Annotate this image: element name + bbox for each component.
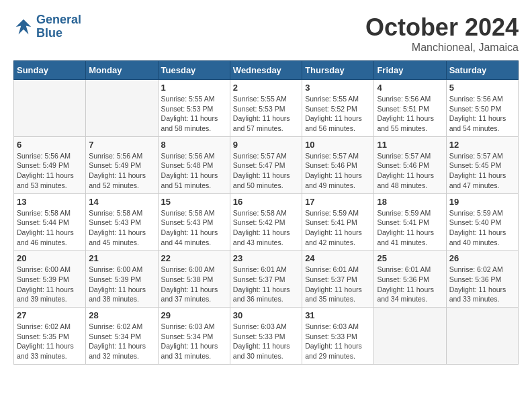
- calendar-day: 19Sunrise: 5:59 AM Sunset: 5:40 PM Dayli…: [446, 193, 518, 250]
- day-info: Sunrise: 5:59 AM Sunset: 5:41 PM Dayligh…: [377, 208, 443, 248]
- day-number: 16: [233, 197, 299, 207]
- weekday-header-monday: Monday: [86, 61, 158, 80]
- day-number: 5: [449, 83, 515, 93]
- day-number: 20: [17, 253, 83, 263]
- day-number: 30: [233, 310, 299, 320]
- svg-marker-0: [16, 19, 32, 35]
- weekday-header-saturday: Saturday: [446, 61, 518, 80]
- day-info: Sunrise: 5:55 AM Sunset: 5:52 PM Dayligh…: [305, 94, 371, 134]
- day-info: Sunrise: 6:03 AM Sunset: 5:34 PM Dayligh…: [161, 322, 227, 361]
- calendar-day: 4Sunrise: 5:56 AM Sunset: 5:51 PM Daylig…: [374, 80, 446, 137]
- day-number: 28: [89, 310, 154, 320]
- title-section: October 2024 Manchioneal, Jamaica: [365, 13, 519, 54]
- calendar-day: 16Sunrise: 5:58 AM Sunset: 5:42 PM Dayli…: [230, 193, 302, 250]
- day-info: Sunrise: 5:55 AM Sunset: 5:53 PM Dayligh…: [233, 94, 299, 134]
- day-number: 19: [449, 197, 515, 207]
- day-info: Sunrise: 5:58 AM Sunset: 5:42 PM Dayligh…: [233, 208, 299, 248]
- calendar-week-4: 20Sunrise: 6:00 AM Sunset: 5:39 PM Dayli…: [14, 250, 519, 308]
- day-info: Sunrise: 5:58 AM Sunset: 5:43 PM Dayligh…: [161, 208, 227, 248]
- day-info: Sunrise: 5:57 AM Sunset: 5:45 PM Dayligh…: [449, 151, 515, 191]
- day-number: 1: [161, 83, 227, 93]
- day-number: 8: [161, 140, 227, 150]
- day-info: Sunrise: 5:57 AM Sunset: 5:46 PM Dayligh…: [305, 151, 371, 191]
- calendar-week-2: 6Sunrise: 5:56 AM Sunset: 5:49 PM Daylig…: [14, 136, 519, 193]
- location-title: Manchioneal, Jamaica: [365, 42, 519, 54]
- day-info: Sunrise: 6:02 AM Sunset: 5:35 PM Dayligh…: [17, 322, 83, 361]
- calendar-day: 6Sunrise: 5:56 AM Sunset: 5:49 PM Daylig…: [14, 136, 86, 193]
- day-info: Sunrise: 5:56 AM Sunset: 5:48 PM Dayligh…: [161, 151, 227, 191]
- calendar-day: 30Sunrise: 6:03 AM Sunset: 5:33 PM Dayli…: [230, 308, 302, 365]
- calendar-day: 26Sunrise: 6:02 AM Sunset: 5:36 PM Dayli…: [446, 250, 518, 308]
- day-number: 15: [161, 197, 227, 207]
- calendar-day: [86, 80, 158, 137]
- day-number: 12: [449, 140, 515, 150]
- calendar-day: 10Sunrise: 5:57 AM Sunset: 5:46 PM Dayli…: [302, 136, 374, 193]
- day-info: Sunrise: 6:02 AM Sunset: 5:34 PM Dayligh…: [89, 322, 154, 361]
- calendar-day: 23Sunrise: 6:01 AM Sunset: 5:37 PM Dayli…: [230, 250, 302, 308]
- day-number: 29: [161, 310, 227, 320]
- day-number: 22: [161, 253, 227, 263]
- calendar-day: 11Sunrise: 5:57 AM Sunset: 5:46 PM Dayli…: [374, 136, 446, 193]
- day-number: 3: [305, 83, 371, 93]
- day-info: Sunrise: 5:59 AM Sunset: 5:41 PM Dayligh…: [305, 208, 371, 248]
- calendar-day: 22Sunrise: 6:00 AM Sunset: 5:38 PM Dayli…: [158, 250, 230, 308]
- day-number: 21: [89, 253, 154, 263]
- calendar-day: 24Sunrise: 6:01 AM Sunset: 5:37 PM Dayli…: [302, 250, 374, 308]
- weekday-header-friday: Friday: [374, 61, 446, 80]
- calendar-day: 15Sunrise: 5:58 AM Sunset: 5:43 PM Dayli…: [158, 193, 230, 250]
- calendar-day: 7Sunrise: 5:56 AM Sunset: 5:49 PM Daylig…: [86, 136, 158, 193]
- weekday-header-sunday: Sunday: [14, 61, 86, 80]
- calendar-week-3: 13Sunrise: 5:58 AM Sunset: 5:44 PM Dayli…: [14, 193, 519, 250]
- day-info: Sunrise: 6:00 AM Sunset: 5:39 PM Dayligh…: [89, 265, 154, 304]
- day-info: Sunrise: 5:55 AM Sunset: 5:53 PM Dayligh…: [161, 94, 227, 134]
- calendar-day: 14Sunrise: 5:58 AM Sunset: 5:43 PM Dayli…: [86, 193, 158, 250]
- day-info: Sunrise: 6:01 AM Sunset: 5:37 PM Dayligh…: [233, 265, 299, 304]
- day-info: Sunrise: 5:57 AM Sunset: 5:46 PM Dayligh…: [377, 151, 443, 191]
- logo-icon: [13, 17, 34, 37]
- calendar-day: [446, 308, 518, 365]
- day-info: Sunrise: 6:01 AM Sunset: 5:37 PM Dayligh…: [305, 265, 371, 304]
- day-number: 6: [17, 140, 83, 150]
- calendar-day: 9Sunrise: 5:57 AM Sunset: 5:47 PM Daylig…: [230, 136, 302, 193]
- day-info: Sunrise: 6:03 AM Sunset: 5:33 PM Dayligh…: [305, 322, 371, 361]
- weekday-header-row: SundayMondayTuesdayWednesdayThursdayFrid…: [14, 61, 519, 80]
- day-number: 14: [89, 197, 154, 207]
- day-number: 2: [233, 83, 299, 93]
- calendar-day: 20Sunrise: 6:00 AM Sunset: 5:39 PM Dayli…: [14, 250, 86, 308]
- day-info: Sunrise: 5:56 AM Sunset: 5:51 PM Dayligh…: [377, 94, 443, 134]
- day-number: 27: [17, 310, 83, 320]
- day-number: 7: [89, 140, 154, 150]
- calendar-day: 28Sunrise: 6:02 AM Sunset: 5:34 PM Dayli…: [86, 308, 158, 365]
- day-number: 18: [377, 197, 443, 207]
- calendar-day: 1Sunrise: 5:55 AM Sunset: 5:53 PM Daylig…: [158, 80, 230, 137]
- day-info: Sunrise: 5:59 AM Sunset: 5:40 PM Dayligh…: [449, 208, 515, 248]
- day-number: 10: [305, 140, 371, 150]
- day-number: 24: [305, 253, 371, 263]
- day-number: 13: [17, 197, 83, 207]
- day-info: Sunrise: 5:57 AM Sunset: 5:47 PM Dayligh…: [233, 151, 299, 191]
- calendar-day: 5Sunrise: 5:56 AM Sunset: 5:50 PM Daylig…: [446, 80, 518, 137]
- calendar-day: 13Sunrise: 5:58 AM Sunset: 5:44 PM Dayli…: [14, 193, 86, 250]
- calendar-table: SundayMondayTuesdayWednesdayThursdayFrid…: [13, 60, 519, 365]
- calendar-week-5: 27Sunrise: 6:02 AM Sunset: 5:35 PM Dayli…: [14, 308, 519, 365]
- day-number: 4: [377, 83, 443, 93]
- weekday-header-tuesday: Tuesday: [158, 61, 230, 80]
- day-info: Sunrise: 5:58 AM Sunset: 5:43 PM Dayligh…: [89, 208, 154, 248]
- day-info: Sunrise: 6:02 AM Sunset: 5:36 PM Dayligh…: [449, 265, 515, 304]
- calendar-day: 17Sunrise: 5:59 AM Sunset: 5:41 PM Dayli…: [302, 193, 374, 250]
- day-number: 17: [305, 197, 371, 207]
- page-header: General Blue October 2024 Manchioneal, J…: [13, 13, 519, 54]
- day-number: 25: [377, 253, 443, 263]
- day-info: Sunrise: 5:56 AM Sunset: 5:49 PM Dayligh…: [17, 151, 83, 191]
- day-number: 26: [449, 253, 515, 263]
- weekday-header-wednesday: Wednesday: [230, 61, 302, 80]
- calendar-day: 27Sunrise: 6:02 AM Sunset: 5:35 PM Dayli…: [14, 308, 86, 365]
- calendar-day: 12Sunrise: 5:57 AM Sunset: 5:45 PM Dayli…: [446, 136, 518, 193]
- calendar-day: 8Sunrise: 5:56 AM Sunset: 5:48 PM Daylig…: [158, 136, 230, 193]
- day-info: Sunrise: 5:56 AM Sunset: 5:49 PM Dayligh…: [89, 151, 154, 191]
- calendar-day: [14, 80, 86, 137]
- logo-text-blue: Blue: [36, 27, 81, 40]
- calendar-day: 21Sunrise: 6:00 AM Sunset: 5:39 PM Dayli…: [86, 250, 158, 308]
- calendar-day: 2Sunrise: 5:55 AM Sunset: 5:53 PM Daylig…: [230, 80, 302, 137]
- logo-text-general: General: [36, 13, 81, 27]
